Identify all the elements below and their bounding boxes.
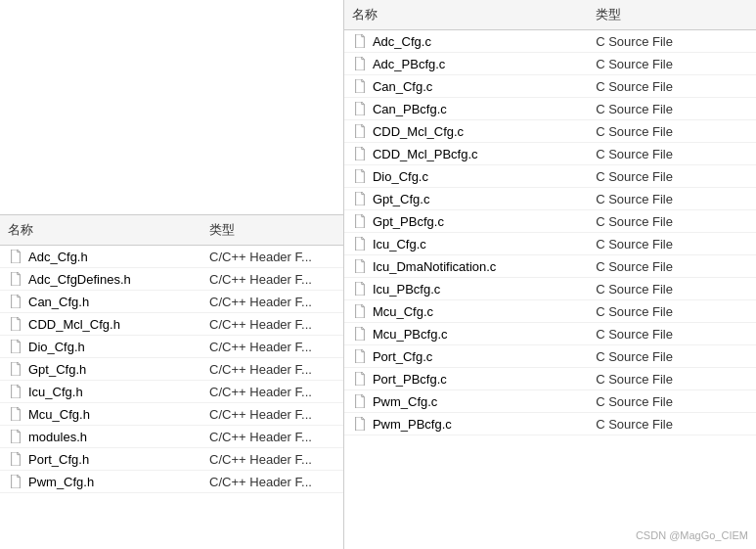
file-name: Icu_Cfg.c (352, 236, 596, 252)
list-item[interactable]: Icu_Cfg.c C Source File (344, 233, 756, 255)
file-icon (8, 249, 23, 264)
file-icon (352, 146, 368, 161)
file-name: Pwm_Cfg.c (352, 393, 596, 409)
list-item[interactable]: Mcu_Cfg.c C Source File (344, 300, 756, 323)
file-type: C Source File (596, 192, 748, 206)
list-item[interactable]: Can_Cfg.h C/C++ Header F... (0, 291, 343, 313)
file-type: C/C++ Header F... (209, 452, 335, 467)
list-item[interactable]: Mcu_PBcfg.c C Source File (344, 323, 756, 345)
file-type: C/C++ Header F... (209, 407, 335, 422)
file-icon (352, 56, 368, 71)
file-icon (352, 33, 368, 49)
file-icon (352, 326, 368, 342)
file-icon (352, 101, 368, 116)
list-item[interactable]: Icu_PBcfg.c C Source File (344, 278, 756, 300)
list-item[interactable]: modules.h C/C++ Header F... (0, 426, 343, 448)
file-name: Port_PBcfg.c (352, 371, 596, 387)
file-icon (352, 303, 368, 319)
file-icon (352, 348, 368, 364)
file-icon (352, 281, 368, 297)
list-item[interactable]: Port_Cfg.c C Source File (344, 345, 756, 368)
file-icon (352, 123, 368, 139)
file-type: C Source File (596, 394, 748, 409)
list-item[interactable]: Gpt_PBcfg.c C Source File (344, 210, 756, 233)
file-name: Adc_Cfg.c (352, 33, 596, 49)
list-item[interactable]: Adc_PBcfg.c C Source File (344, 53, 756, 75)
right-file-list[interactable]: Adc_Cfg.c C Source File Adc_PBcfg.c C So… (344, 30, 756, 549)
file-name: Pwm_PBcfg.c (352, 416, 596, 432)
file-name: Dio_Cfg.c (352, 168, 596, 184)
file-name: Can_Cfg.c (352, 78, 596, 94)
file-type: C Source File (596, 147, 748, 161)
left-file-list[interactable]: Adc_Cfg.h C/C++ Header F... Adc_CfgDefin… (0, 246, 343, 549)
file-name: Mcu_Cfg.h (8, 406, 209, 422)
file-icon (8, 271, 23, 287)
file-type: C/C++ Header F... (209, 317, 335, 332)
file-type: C Source File (596, 169, 748, 184)
file-type: C/C++ Header F... (209, 295, 335, 309)
file-name: Dio_Cfg.h (8, 339, 209, 354)
right-panel: 名称 类型 Adc_Cfg.c C Source File Adc_PBcfg.… (344, 0, 756, 549)
file-type: C/C++ Header F... (209, 250, 335, 264)
file-type: C Source File (596, 214, 748, 229)
file-type: C Source File (596, 282, 748, 297)
file-type: C Source File (596, 79, 748, 94)
list-item[interactable]: Pwm_PBcfg.c C Source File (344, 413, 756, 435)
list-item[interactable]: Gpt_Cfg.c C Source File (344, 188, 756, 210)
file-name: CDD_Mcl_PBcfg.c (352, 146, 596, 161)
file-type: C Source File (596, 102, 748, 116)
left-panel: 名称 类型 Adc_Cfg.h C/C++ Header F... Adc_Cf… (0, 0, 344, 549)
file-icon (352, 168, 368, 184)
file-name: Icu_DmaNotification.c (352, 258, 596, 274)
file-name: CDD_Mcl_Cfg.c (352, 123, 596, 139)
file-type: C/C++ Header F... (209, 362, 335, 377)
file-type: C Source File (596, 349, 748, 364)
file-icon (8, 361, 23, 377)
list-item[interactable]: Can_Cfg.c C Source File (344, 75, 756, 98)
file-icon (8, 339, 23, 354)
file-type: C Source File (596, 237, 748, 252)
file-icon (8, 429, 23, 444)
list-item[interactable]: Pwm_Cfg.h C/C++ Header F... (0, 471, 343, 493)
file-icon (352, 371, 368, 387)
list-item[interactable]: Dio_Cfg.h C/C++ Header F... (0, 336, 343, 358)
list-item[interactable]: CDD_Mcl_PBcfg.c C Source File (344, 143, 756, 165)
right-type-header: 类型 (596, 6, 748, 23)
file-icon (352, 258, 368, 274)
list-item[interactable]: Icu_DmaNotification.c C Source File (344, 255, 756, 278)
list-item[interactable]: Can_PBcfg.c C Source File (344, 98, 756, 120)
file-icon (352, 78, 368, 94)
file-icon (352, 213, 368, 229)
list-item[interactable]: Dio_Cfg.c C Source File (344, 165, 756, 188)
list-item[interactable]: Mcu_Cfg.h C/C++ Header F... (0, 403, 343, 426)
file-name: Gpt_Cfg.c (352, 191, 596, 206)
file-name: Mcu_Cfg.c (352, 303, 596, 319)
list-item[interactable]: Pwm_Cfg.c C Source File (344, 390, 756, 413)
file-type: C Source File (596, 259, 748, 274)
list-item[interactable]: Adc_Cfg.h C/C++ Header F... (0, 246, 343, 268)
list-item[interactable]: Icu_Cfg.h C/C++ Header F... (0, 381, 343, 403)
file-name: Pwm_Cfg.h (8, 474, 209, 489)
file-name: Port_Cfg.h (8, 451, 209, 467)
file-icon (8, 406, 23, 422)
file-name: Adc_CfgDefines.h (8, 271, 209, 287)
file-icon (8, 474, 23, 489)
file-type: C/C++ Header F... (209, 475, 335, 489)
list-item[interactable]: CDD_Mcl_Cfg.c C Source File (344, 120, 756, 143)
file-type: C/C++ Header F... (209, 340, 335, 354)
file-icon (352, 191, 368, 206)
file-icon (352, 393, 368, 409)
file-type: C Source File (596, 417, 748, 432)
file-name: Can_PBcfg.c (352, 101, 596, 116)
list-item[interactable]: Adc_Cfg.c C Source File (344, 30, 756, 53)
list-item[interactable]: Gpt_Cfg.h C/C++ Header F... (0, 358, 343, 381)
file-icon (8, 384, 23, 399)
list-item[interactable]: Port_Cfg.h C/C++ Header F... (0, 448, 343, 471)
file-type: C/C++ Header F... (209, 272, 335, 287)
left-column-header: 名称 类型 (0, 215, 343, 246)
list-item[interactable]: CDD_Mcl_Cfg.h C/C++ Header F... (0, 313, 343, 336)
list-item[interactable]: Port_PBcfg.c C Source File (344, 368, 756, 390)
left-name-header: 名称 (8, 221, 209, 239)
file-name: Icu_Cfg.h (8, 384, 209, 399)
list-item[interactable]: Adc_CfgDefines.h C/C++ Header F... (0, 268, 343, 291)
